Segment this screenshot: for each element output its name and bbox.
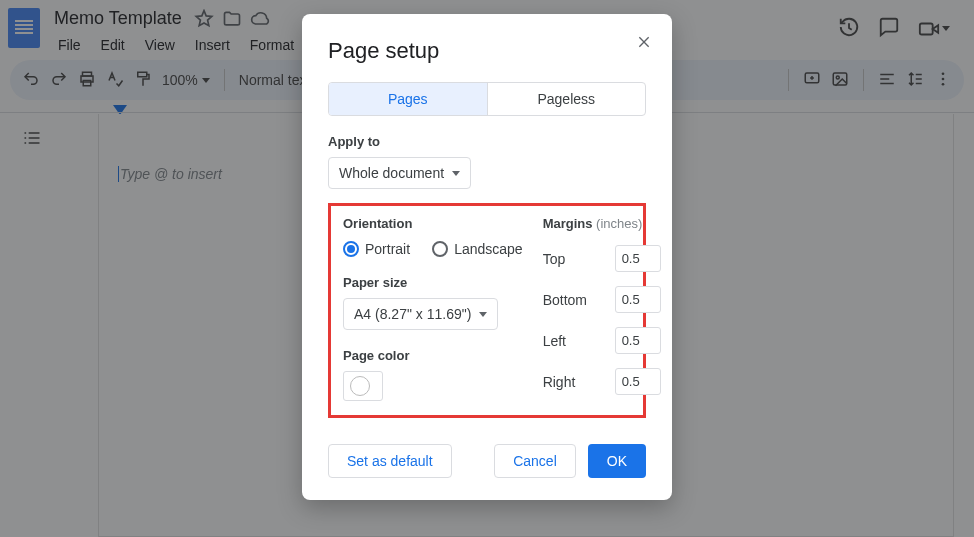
dialog-tabs: Pages Pageless — [328, 82, 646, 116]
margin-top-input[interactable] — [615, 245, 661, 272]
margin-top-label: Top — [543, 251, 566, 267]
orientation-portrait-label: Portrait — [365, 241, 410, 257]
apply-to-label: Apply to — [328, 134, 646, 149]
tab-pages[interactable]: Pages — [329, 83, 487, 115]
margin-right-input[interactable] — [615, 368, 661, 395]
close-icon[interactable] — [636, 34, 652, 53]
paper-size-dropdown[interactable]: A4 (8.27" x 11.69") — [343, 298, 498, 330]
orientation-landscape-label: Landscape — [454, 241, 523, 257]
color-swatch-icon — [350, 376, 370, 396]
margins-label: Margins (inches) — [543, 216, 661, 231]
cancel-button[interactable]: Cancel — [494, 444, 576, 478]
orientation-portrait-radio[interactable]: Portrait — [343, 241, 410, 257]
chevron-down-icon — [452, 171, 460, 176]
apply-to-dropdown[interactable]: Whole document — [328, 157, 471, 189]
margin-right-label: Right — [543, 374, 576, 390]
margin-left-label: Left — [543, 333, 566, 349]
dialog-title: Page setup — [328, 38, 646, 64]
paper-size-label: Paper size — [343, 275, 523, 290]
radio-icon — [343, 241, 359, 257]
tab-pageless[interactable]: Pageless — [487, 83, 646, 115]
page-color-dropdown[interactable] — [343, 371, 383, 401]
set-default-button[interactable]: Set as default — [328, 444, 452, 478]
margin-bottom-label: Bottom — [543, 292, 587, 308]
ok-button[interactable]: OK — [588, 444, 646, 478]
annotation-highlight: Orientation Portrait Landscape Paper siz… — [328, 203, 646, 418]
page-setup-dialog: Page setup Pages Pageless Apply to Whole… — [302, 14, 672, 500]
page-color-label: Page color — [343, 348, 523, 363]
margin-bottom-input[interactable] — [615, 286, 661, 313]
chevron-down-icon — [479, 312, 487, 317]
orientation-label: Orientation — [343, 216, 523, 231]
orientation-landscape-radio[interactable]: Landscape — [432, 241, 523, 257]
margin-left-input[interactable] — [615, 327, 661, 354]
radio-icon — [432, 241, 448, 257]
